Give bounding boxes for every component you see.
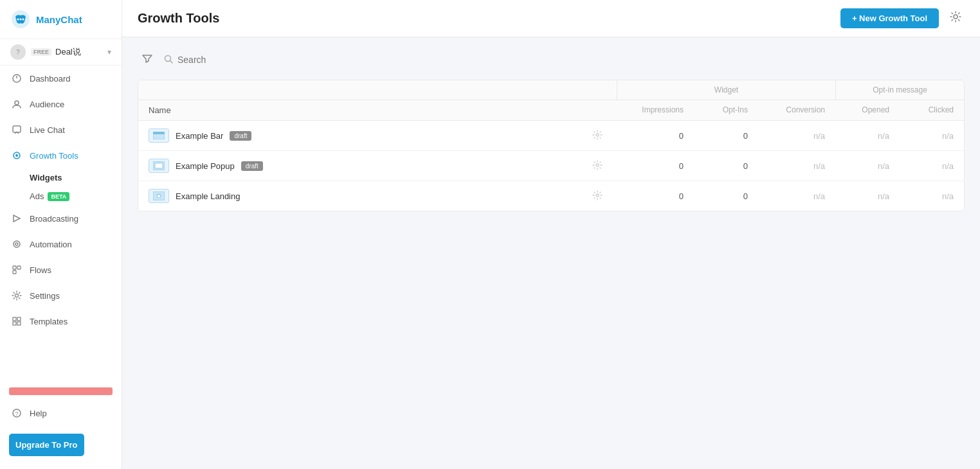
topbar-settings-button[interactable]: [947, 8, 965, 29]
toolbar: [138, 50, 965, 69]
upgrade-button[interactable]: Upgrade To Pro: [9, 434, 84, 456]
table-row: Example Bar draft 0 0 n/a n/a n/a: [138, 121, 964, 151]
svg-marker-9: [14, 215, 20, 222]
page-title: Growth Tools: [138, 11, 219, 26]
sidebar-item-broadcasting[interactable]: Broadcasting: [0, 206, 122, 231]
conversion-cell: n/a: [758, 184, 835, 209]
sidebar-sub-widgets[interactable]: Widgets: [0, 168, 122, 187]
row-gear-cell: [578, 157, 617, 175]
row-type-icon-landing: [149, 189, 169, 203]
chat-icon: [10, 123, 23, 136]
sidebar-item-label: Help: [30, 409, 47, 418]
row-name-cell: Example Bar draft: [138, 121, 578, 150]
col-group-widget: Widget: [617, 80, 835, 100]
main-content: Growth Tools + New Growth Tool W: [122, 0, 980, 469]
row-settings-button[interactable]: [590, 188, 605, 205]
sidebar-item-label: Growth Tools: [30, 151, 78, 161]
impressions-cell: 0: [617, 123, 694, 148]
svg-text:?: ?: [15, 411, 19, 417]
table-row: Example Popup draft 0 0 n/a n/a n/a: [138, 151, 964, 181]
svg-point-26: [596, 134, 599, 136]
optins-cell: 0: [694, 184, 758, 209]
opened-cell: n/a: [835, 184, 900, 209]
col-header-name: Name: [138, 100, 578, 120]
automation-icon: [10, 238, 23, 251]
row-name: Example Landing: [176, 191, 240, 201]
sidebar-item-label: Settings: [30, 291, 60, 301]
sidebar-sub-ads[interactable]: Ads BETA: [0, 187, 122, 206]
sidebar-item-label: Flows: [30, 265, 51, 275]
sidebar-item-dashboard[interactable]: Dashboard: [0, 66, 122, 91]
sidebar-item-growth-tools[interactable]: Growth Tools: [0, 143, 122, 168]
svg-point-31: [157, 194, 161, 198]
row-gear-cell: [578, 127, 617, 145]
row-name: Example Popup: [176, 161, 235, 171]
sidebar-item-live-chat[interactable]: Live Chat: [0, 117, 122, 143]
sidebar: ManyChat ? FREE Deal说 ▾ Dashboard Audien…: [0, 0, 122, 469]
row-settings-button[interactable]: [590, 127, 605, 145]
impressions-cell: 0: [617, 154, 694, 179]
optins-cell: 0: [694, 154, 758, 179]
svg-point-3: [23, 19, 24, 21]
sidebar-item-label: Live Chat: [30, 125, 65, 135]
col-group-name: [138, 80, 617, 100]
search-container: [163, 54, 290, 66]
sidebar-item-automation[interactable]: Automation: [0, 231, 122, 257]
sidebar-sub-label: Ads: [30, 191, 44, 201]
col-header-clicked: Clicked: [900, 100, 964, 120]
svg-point-8: [15, 154, 18, 157]
svg-rect-16: [13, 317, 16, 321]
svg-rect-14: [13, 270, 16, 274]
account-name: Deal说: [55, 46, 107, 58]
search-icon: [163, 54, 174, 66]
broadcasting-icon: [10, 212, 23, 225]
clicked-cell: n/a: [900, 184, 964, 209]
account-selector[interactable]: ? FREE Deal说 ▾: [0, 39, 122, 66]
sidebar-item-flows[interactable]: Flows: [0, 257, 122, 283]
svg-point-32: [596, 194, 599, 197]
sidebar-item-audience[interactable]: Audience: [0, 91, 122, 117]
col-header-gear-spacer: [578, 100, 617, 120]
flows-icon: [10, 263, 23, 276]
sidebar-item-label: Audience: [30, 100, 64, 109]
filter-button[interactable]: [138, 50, 157, 69]
growth-tools-table: Widget Opt-in message Name Impressions O…: [138, 80, 965, 211]
svg-point-10: [14, 241, 20, 247]
account-avatar: ?: [10, 44, 26, 60]
beta-badge: BETA: [48, 192, 69, 201]
clicked-cell: n/a: [900, 154, 964, 179]
conversion-cell: n/a: [758, 123, 835, 148]
sidebar-item-label: Dashboard: [30, 74, 71, 84]
topbar-actions: + New Growth Tool: [840, 8, 965, 29]
templates-icon: [10, 315, 23, 328]
row-name-cell: Example Landing: [138, 181, 578, 211]
svg-rect-19: [17, 322, 21, 325]
svg-point-22: [954, 15, 957, 19]
sidebar-item-help[interactable]: ? Help: [0, 400, 122, 426]
sidebar-item-label: Broadcasting: [30, 214, 78, 224]
sidebar-item-settings[interactable]: Settings: [0, 283, 122, 308]
svg-rect-28: [155, 163, 163, 168]
topbar: Growth Tools + New Growth Tool: [122, 0, 980, 37]
sidebar-item-label: Templates: [30, 317, 68, 326]
clicked-cell: n/a: [900, 123, 964, 148]
svg-rect-12: [13, 266, 16, 269]
opened-cell: n/a: [835, 123, 900, 148]
col-group-optin: Opt-in message: [835, 80, 964, 100]
row-gear-cell: [578, 188, 617, 205]
content-area: Widget Opt-in message Name Impressions O…: [122, 37, 980, 469]
opened-cell: n/a: [835, 154, 900, 179]
search-input[interactable]: [177, 55, 290, 65]
svg-rect-13: [17, 266, 21, 269]
svg-point-15: [15, 294, 19, 297]
conversion-cell: n/a: [758, 154, 835, 179]
sidebar-sub-label: Widgets: [30, 173, 62, 182]
chevron-down-icon: ▾: [107, 48, 111, 57]
row-settings-button[interactable]: [590, 157, 605, 175]
impressions-cell: 0: [617, 184, 694, 209]
free-badge: FREE: [31, 48, 51, 56]
new-growth-tool-button[interactable]: + New Growth Tool: [840, 8, 939, 28]
sidebar-item-templates[interactable]: Templates: [0, 308, 122, 334]
logo-area: ManyChat: [0, 0, 122, 39]
row-name: Example Bar: [176, 131, 223, 141]
